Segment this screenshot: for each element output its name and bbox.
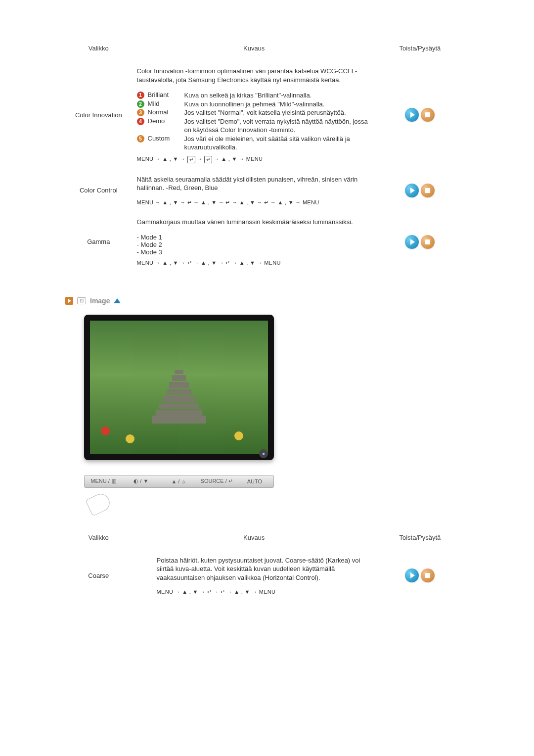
label-color-innovation: Color Innovation (64, 61, 133, 169)
play-button[interactable] (405, 235, 419, 249)
row-gamma: Gamma Gammakorjaus muuttaa värien lumina… (64, 212, 465, 272)
opt-text-custom: Jos väri ei ole mieleinen, voit säätää s… (184, 135, 371, 152)
monitor-button-bar: MENU / ▥ ◐ / ▼ ▲ / ☼ SOURCE / ↵ AUTO (84, 475, 274, 488)
seq-color-control: MENU → ▲ , ▼ → ↵ → ▲ , ▼ → ↵ → ▲ , ▼ → ↵… (137, 199, 371, 206)
gamma-mode-3: - Mode 3 (137, 248, 371, 256)
section-header-image: ⊡ Image (64, 297, 465, 305)
play-button[interactable] (405, 184, 419, 197)
label-gamma: Gamma (64, 212, 133, 272)
label-color-control: Color Control (64, 169, 133, 212)
badge-5-icon: 5 (137, 135, 144, 142)
opt-name-mild: Mild (148, 100, 184, 109)
image-menu-table: Valikko Kuvaus Toista/Pysäytä Coarse Poi… (64, 529, 465, 602)
badge-1-icon: 1 (137, 92, 144, 99)
badge-2-icon: 2 (137, 100, 144, 108)
stop-button[interactable] (421, 235, 435, 249)
opt-text-mild: Kuva on luonnollinen ja pehmeä "Mild"-va… (184, 100, 371, 109)
monitor-illustration: ● (84, 315, 465, 460)
enter-icon: ↵ (187, 156, 195, 163)
header-desc: Kuvaus (133, 40, 375, 61)
btn-down: ◐ / ▼ (122, 476, 160, 486)
gamma-mode-1: - Mode 1 (137, 234, 371, 241)
stop-button[interactable] (421, 108, 435, 122)
row-color-control: Color Control Näitä askelia seuraamalla … (64, 169, 465, 212)
btn-auto: AUTO (236, 476, 273, 486)
header-menu: Valikko (64, 529, 133, 550)
intro-color-innovation: Color Innovation -toiminnon optimaalinen… (137, 67, 371, 84)
section-title: Image (90, 297, 110, 305)
btn-up: ▲ / ☼ (160, 476, 197, 486)
intro-gamma: Gammakorjaus muuttaa värien luminanssin … (137, 218, 371, 227)
triangle-up-icon (114, 298, 121, 303)
stop-button[interactable] (421, 568, 435, 582)
header-desc: Kuvaus (133, 529, 375, 550)
header-menu: Valikko (64, 40, 133, 61)
hand-pointer-icon (85, 491, 112, 516)
play-button[interactable] (405, 108, 419, 122)
power-led-icon: ● (259, 449, 268, 458)
opt-name-brilliant: Brilliant (148, 91, 184, 100)
seq-gamma: MENU → ▲ , ▼ → ↵ → ▲ , ▼ → ↵ → ▲ , ▼ → M… (137, 260, 371, 266)
intro-color-control: Näitä askelia seuraamalla säädät yksilöl… (137, 175, 371, 192)
label-coarse: Coarse (64, 550, 133, 602)
header-play: Toista/Pysäytä (375, 40, 465, 61)
opt-text-brilliant: Kuva on selkeä ja kirkas "Brilliant"-val… (184, 91, 371, 100)
badge-4-icon: 4 (137, 118, 144, 125)
row-coarse: Coarse Poistaa häiriöt, kuten pystysuunt… (64, 550, 465, 602)
desc-coarse: Poistaa häiriöt, kuten pystysuuntaiset j… (157, 556, 371, 582)
opt-text-normal: Jos valitset "Normal", voit katsella yle… (184, 108, 371, 117)
badge-3-icon: 3 (137, 109, 144, 116)
play-button[interactable] (405, 568, 419, 582)
color-menu-table: Valikko Kuvaus Toista/Pysäytä Color Inno… (64, 40, 465, 272)
seq-color-innovation: MENU → ▲ , ▼ → ↵ → ↵ → ▲ , ▼ → MENU (137, 156, 371, 163)
opt-name-custom: Custom (148, 135, 184, 152)
enter-icon: ↵ (204, 156, 212, 163)
opt-name-demo: Demo (148, 117, 184, 135)
opt-name-normal: Normal (148, 108, 184, 117)
stop-button[interactable] (421, 184, 435, 197)
btn-menu: MENU / ▥ (85, 476, 122, 486)
row-color-innovation: Color Innovation Color Innovation -toimi… (64, 61, 465, 169)
seq-coarse: MENU → ▲ , ▼ → ↵ → ↵ → ▲ , ▼ → MENU (157, 589, 371, 595)
header-play: Toista/Pysäytä (375, 529, 465, 550)
btn-source: SOURCE / ↵ (198, 476, 236, 486)
screen-small-icon: ⊡ (77, 297, 86, 304)
gamma-mode-2: - Mode 2 (137, 241, 371, 248)
opt-text-demo: Jos valitset "Demo", voit verrata nykyis… (184, 117, 371, 135)
play-small-icon (65, 297, 73, 305)
